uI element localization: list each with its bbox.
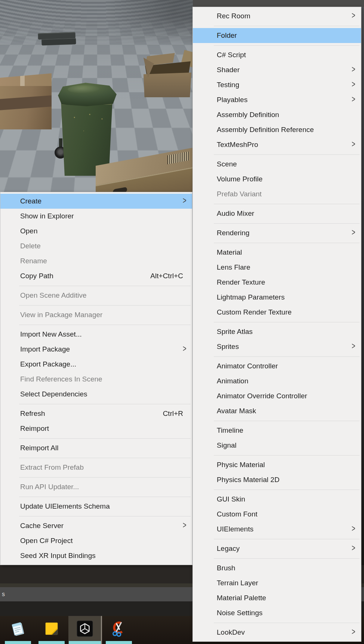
- menu-item-select-dependencies[interactable]: Select Dependencies: [0, 387, 192, 402]
- menu-item-animator-override-controller[interactable]: Animator Override Controller: [193, 389, 361, 404]
- menu-item-noise-settings[interactable]: Noise Settings: [193, 605, 361, 620]
- menu-item-update-uielements-schema[interactable]: Update UIElements Schema: [0, 499, 192, 514]
- menu-item-import-new-asset[interactable]: Import New Asset...: [0, 327, 192, 342]
- menu-item-refresh[interactable]: RefreshCtrl+R: [0, 406, 192, 421]
- submenu-arrow-icon: >: [182, 344, 186, 354]
- long-cardboard-box: [96, 148, 193, 192]
- menu-item-export-package[interactable]: Export Package...: [0, 357, 192, 372]
- menu-item-create[interactable]: Create>: [0, 194, 192, 209]
- menu-item-label: View in Package Manager: [20, 311, 102, 319]
- menu-item-view-in-package-manager: View in Package Manager: [0, 307, 192, 322]
- menu-item-label: Seed XR Input Bindings: [20, 552, 96, 560]
- menu-item-label: Testing: [217, 81, 239, 89]
- menu-item-rendering[interactable]: Rendering>: [193, 226, 361, 240]
- menu-item-assembly-definition[interactable]: Assembly Definition: [193, 107, 361, 122]
- menu-item-assembly-definition-reference[interactable]: Assembly Definition Reference: [193, 122, 361, 137]
- menu-item-volume-profile[interactable]: Volume Profile: [193, 172, 361, 187]
- menu-item-label: Shader: [217, 66, 240, 74]
- menu-separator: [214, 539, 360, 539]
- menu-item-avatar-mask[interactable]: Avatar Mask: [193, 404, 361, 418]
- menu-item-custom-font[interactable]: Custom Font: [193, 507, 361, 522]
- menu-item-show-in-explorer[interactable]: Show in Explorer: [0, 209, 192, 224]
- menu-separator: [19, 497, 191, 497]
- menu-item-label: Animator Controller: [217, 362, 278, 370]
- menu-item-seed-xr-input-bindings[interactable]: Seed XR Input Bindings: [0, 548, 192, 563]
- menu-item-label: Import Package: [20, 345, 70, 353]
- menu-item-import-package[interactable]: Import Package>: [0, 342, 192, 357]
- taskbar-button-sticky-notes[interactable]: [35, 616, 68, 644]
- menu-item-label: Legacy: [217, 545, 240, 553]
- menu-item-custom-render-texture[interactable]: Custom Render Texture: [193, 305, 361, 320]
- menu-item-signal[interactable]: Signal: [193, 438, 361, 453]
- game-view-scene: [0, 0, 193, 192]
- menu-item-render-texture[interactable]: Render Texture: [193, 275, 361, 290]
- menu-item-lookdev[interactable]: LookDev>: [193, 625, 361, 640]
- menu-item-textmeshpro[interactable]: TextMeshPro>: [193, 137, 361, 152]
- menu-item-open[interactable]: Open: [0, 224, 192, 239]
- menu-item-reimport[interactable]: Reimport: [0, 421, 192, 436]
- menu-item-terrain-layer[interactable]: Terrain Layer: [193, 576, 361, 591]
- menu-item-label: Avatar Mask: [217, 407, 256, 415]
- menu-item-label: Lens Flare: [217, 263, 250, 272]
- menu-separator: [214, 623, 360, 623]
- menu-item-animator-controller[interactable]: Animator Controller: [193, 359, 361, 374]
- menu-item-playables[interactable]: Playables>: [193, 92, 361, 107]
- taskbar-button-notepad[interactable]: [1, 616, 35, 644]
- menu-item-animation[interactable]: Animation: [193, 374, 361, 389]
- menu-item-label: Physics Material 2D: [217, 476, 280, 484]
- submenu-arrow-icon: >: [182, 196, 186, 206]
- menu-item-label: Copy Path: [20, 272, 53, 280]
- menu-item-testing[interactable]: Testing>: [193, 77, 361, 92]
- submenu-arrow-icon: >: [351, 227, 355, 237]
- menu-item-legacy[interactable]: Legacy>: [193, 541, 361, 556]
- status-bar-text: s: [2, 591, 5, 598]
- menu-item-uielements[interactable]: UIElements>: [193, 522, 361, 537]
- menu-item-lens-flare[interactable]: Lens Flare: [193, 260, 361, 275]
- menu-item-open-c-project[interactable]: Open C# Project: [0, 533, 192, 548]
- menu-item-material-palette[interactable]: Material Palette: [193, 591, 361, 605]
- dark-pallet: [38, 30, 77, 47]
- menu-item-label: Rendering: [217, 229, 250, 237]
- menu-item-label: Run API Updater...: [20, 483, 79, 491]
- menu-separator: [214, 356, 360, 357]
- menu-item-brush[interactable]: Brush: [193, 561, 361, 576]
- menu-item-physics-material-2d[interactable]: Physics Material 2D: [193, 472, 361, 487]
- menu-item-shader[interactable]: Shader>: [193, 62, 361, 77]
- menu-item-physic-material[interactable]: Physic Material: [193, 457, 361, 472]
- menu-item-cache-server[interactable]: Cache Server>: [0, 518, 192, 533]
- menu-item-label: Open C# Project: [20, 537, 73, 545]
- menu-item-label: Rec Room: [217, 12, 250, 20]
- menu-separator: [214, 26, 360, 26]
- menu-item-timeline[interactable]: Timeline: [193, 423, 361, 438]
- menu-item-folder[interactable]: Folder: [193, 28, 361, 43]
- menu-item-reimport-all[interactable]: Reimport All: [0, 441, 192, 456]
- menu-item-label: Extract From Prefab: [20, 463, 84, 472]
- box-front: [144, 73, 191, 97]
- menu-item-copy-path[interactable]: Copy PathAlt+Ctrl+C: [0, 269, 192, 283]
- taskbar-button-snipping-tool[interactable]: [102, 616, 136, 644]
- submenu-arrow-icon: >: [351, 543, 355, 553]
- menu-separator: [214, 490, 360, 490]
- menu-item-audio-mixer[interactable]: Audio Mixer: [193, 206, 361, 221]
- menu-item-label: Create: [20, 197, 41, 205]
- menu-item-gui-skin[interactable]: GUI Skin: [193, 492, 361, 507]
- menu-item-rec-room[interactable]: Rec Room>: [193, 9, 361, 24]
- menu-item-sprites[interactable]: Sprites>: [193, 339, 361, 354]
- menu-separator: [19, 404, 191, 404]
- menu-item-label: Assembly Definition Reference: [217, 126, 314, 134]
- menu-item-scene[interactable]: Scene: [193, 157, 361, 172]
- menu-item-open-scene-additive: Open Scene Additive: [0, 288, 192, 303]
- menu-item-label: TextMeshPro: [217, 141, 258, 149]
- menu-item-sprite-atlas[interactable]: Sprite Atlas: [193, 324, 361, 339]
- menu-item-label: Cache Server: [20, 522, 64, 530]
- menu-item-c-script[interactable]: C# Script: [193, 47, 361, 62]
- taskbar-button-unity[interactable]: [68, 616, 102, 644]
- menu-item-material[interactable]: Material: [193, 245, 361, 260]
- menu-item-label: Lightmap Parameters: [217, 293, 285, 301]
- menu-item-label: Signal: [217, 441, 237, 450]
- menu-item-lightmap-parameters[interactable]: Lightmap Parameters: [193, 290, 361, 305]
- menu-separator: [214, 421, 360, 421]
- menu-item-label: Refresh: [20, 410, 45, 418]
- menu-separator: [214, 45, 360, 46]
- menu-item-label: Animation: [217, 377, 249, 385]
